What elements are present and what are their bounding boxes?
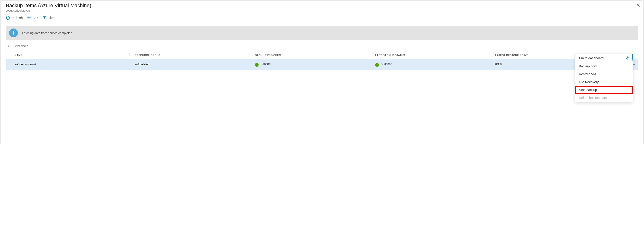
svg-point-0 xyxy=(8,45,10,47)
info-icon: i xyxy=(9,28,18,37)
menu-pin-to-dashboard[interactable]: Pin to dashboard xyxy=(575,54,633,62)
search-icon xyxy=(8,44,11,48)
filter-label: Filter xyxy=(48,16,55,20)
col-header-last-status[interactable]: LAST BACKUP STATUS↑↓ xyxy=(373,50,493,59)
filter-button[interactable]: Filter xyxy=(42,16,55,20)
table-row[interactable]: softdel-vm-am-2 softdeleterg ✓Passed ✓Su… xyxy=(6,59,638,70)
backup-items-blade: Backup Items (Azure Virtual Machine) sog… xyxy=(0,0,644,144)
check-icon: ✓ xyxy=(375,63,379,67)
row-context-menu: Pin to dashboard Backup now Restore VM F… xyxy=(575,54,633,102)
refresh-icon xyxy=(6,16,10,20)
cell-precheck: ✓Passed xyxy=(252,59,373,70)
pin-icon xyxy=(625,56,629,60)
close-icon xyxy=(636,3,640,7)
backup-items-table: NAME↑↓ RESOURCE GROUP↑↓ BACKUP PRE-CHECK… xyxy=(6,50,638,70)
page-subtitle: sogupsoftdeletevault xyxy=(6,9,638,12)
info-banner: i Fetching data from service completed. xyxy=(6,26,638,40)
content-area: i Fetching data from service completed. … xyxy=(1,22,643,74)
refresh-label: Refresh xyxy=(11,16,23,20)
table-header-row: NAME↑↓ RESOURCE GROUP↑↓ BACKUP PRE-CHECK… xyxy=(6,50,638,59)
close-button[interactable] xyxy=(636,3,640,8)
page-title: Backup Items (Azure Virtual Machine) xyxy=(6,2,638,8)
filter-icon xyxy=(42,16,46,20)
sort-icon: ↑↓ xyxy=(129,53,130,56)
toolbar: Refresh Add Filter xyxy=(1,14,643,22)
col-header-name[interactable]: NAME↑↓ xyxy=(12,50,132,59)
add-button[interactable]: Add xyxy=(27,16,38,20)
cell-name: softdel-vm-am-2 xyxy=(12,59,132,70)
filter-items-box[interactable] xyxy=(6,43,638,49)
col-header-resource-group[interactable]: RESOURCE GROUP↑↓ xyxy=(132,50,253,59)
menu-delete-backup-data: Delete backup data xyxy=(575,94,633,102)
svg-line-1 xyxy=(10,46,11,48)
cell-resource-group: softdeleterg xyxy=(132,59,253,70)
info-message: Fetching data from service completed. xyxy=(22,31,73,35)
filter-items-input[interactable] xyxy=(13,44,636,48)
cell-last-status: ✓Success xyxy=(373,59,493,70)
menu-restore-vm[interactable]: Restore VM xyxy=(575,70,633,78)
plus-icon xyxy=(27,16,31,20)
refresh-button[interactable]: Refresh xyxy=(6,16,23,20)
menu-backup-now[interactable]: Backup now xyxy=(575,62,633,70)
menu-file-recovery[interactable]: File Recovery xyxy=(575,78,633,86)
sort-icon: ↑↓ xyxy=(249,53,250,56)
check-icon: ✓ xyxy=(255,63,258,67)
add-label: Add xyxy=(32,16,38,20)
menu-stop-backup[interactable]: Stop backup xyxy=(575,86,633,94)
sort-icon: ↑↓ xyxy=(490,53,490,56)
col-header-precheck[interactable]: BACKUP PRE-CHECK xyxy=(252,50,373,59)
blade-header: Backup Items (Azure Virtual Machine) sog… xyxy=(1,1,643,14)
